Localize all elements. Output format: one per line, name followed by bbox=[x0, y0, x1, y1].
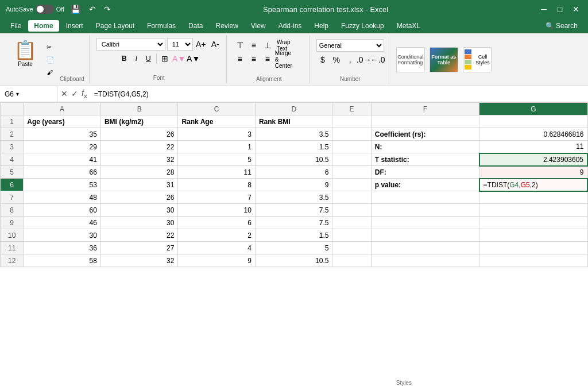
row-header-10[interactable]: 10 bbox=[1, 229, 24, 242]
menu-fuzzy-lookup[interactable]: Fuzzy Lookup bbox=[335, 20, 390, 32]
cell-c10[interactable]: 2 bbox=[178, 229, 256, 242]
autosave-toggle[interactable] bbox=[36, 5, 54, 14]
cell-c6[interactable]: 8 bbox=[178, 179, 256, 191]
cell-f4[interactable]: T statistic: bbox=[371, 153, 479, 166]
align-top-icon[interactable]: ⊤ bbox=[234, 39, 246, 52]
cell-a1[interactable]: Age (years) bbox=[24, 115, 101, 128]
row-header-2[interactable]: 2 bbox=[1, 128, 24, 141]
cell-b4[interactable]: 32 bbox=[100, 153, 178, 166]
cell-f8[interactable] bbox=[371, 204, 479, 217]
cell-a7[interactable]: 48 bbox=[24, 191, 101, 204]
cell-b2[interactable]: 26 bbox=[100, 128, 178, 141]
cell-a4[interactable]: 41 bbox=[24, 153, 101, 166]
menu-insert[interactable]: Insert bbox=[60, 20, 89, 32]
cell-e7[interactable] bbox=[332, 191, 371, 204]
cell-d6[interactable]: 9 bbox=[255, 179, 332, 191]
row-header-8[interactable]: 8 bbox=[1, 204, 24, 217]
menu-help[interactable]: Help bbox=[308, 20, 334, 32]
col-header-f[interactable]: F bbox=[371, 103, 479, 115]
cancel-formula-icon[interactable]: ✕ bbox=[61, 89, 68, 98]
fill-color-icon[interactable]: A▼ bbox=[173, 52, 185, 65]
col-header-c[interactable]: C bbox=[178, 103, 256, 115]
conditional-formatting-button[interactable]: ConditionalFormatting bbox=[396, 47, 425, 72]
cell-c4[interactable]: 5 bbox=[178, 153, 256, 166]
align-center-icon[interactable]: ≡ bbox=[247, 53, 260, 65]
decrease-decimal-icon[interactable]: ←.0 bbox=[372, 53, 384, 66]
cell-g6[interactable]: =TDIST(G4,G5,2) bbox=[479, 179, 587, 191]
cell-f12[interactable] bbox=[371, 254, 479, 267]
cell-g11[interactable] bbox=[479, 242, 587, 254]
comma-icon[interactable]: , bbox=[344, 53, 357, 66]
cell-c3[interactable]: 1 bbox=[178, 141, 256, 153]
menu-file[interactable]: File bbox=[5, 20, 27, 32]
cell-d3[interactable]: 1.5 bbox=[255, 141, 332, 153]
format-as-table-button[interactable]: Format asTable bbox=[430, 47, 458, 72]
insert-function-icon[interactable]: fx bbox=[82, 88, 87, 99]
col-header-g[interactable]: G bbox=[479, 103, 587, 115]
cell-d12[interactable]: 10.5 bbox=[255, 254, 332, 267]
cell-e6[interactable] bbox=[332, 179, 371, 191]
col-header-b[interactable]: B bbox=[100, 103, 178, 115]
menu-add-ins[interactable]: Add-ins bbox=[273, 20, 308, 32]
confirm-formula-icon[interactable]: ✓ bbox=[71, 89, 78, 98]
currency-icon[interactable]: $ bbox=[316, 53, 329, 66]
cell-e11[interactable] bbox=[332, 242, 371, 254]
menu-search[interactable]: 🔍 Search bbox=[540, 20, 583, 32]
cell-b11[interactable]: 27 bbox=[100, 242, 178, 254]
italic-button[interactable]: I bbox=[132, 52, 141, 65]
cell-e1[interactable] bbox=[332, 115, 371, 128]
font-color-icon[interactable]: A▼ bbox=[187, 52, 200, 65]
increase-font-icon[interactable]: A+ bbox=[195, 38, 207, 51]
cell-c1[interactable]: Rank Age bbox=[178, 115, 256, 128]
cell-c5[interactable]: 11 bbox=[178, 166, 256, 179]
percent-icon[interactable]: % bbox=[330, 53, 343, 66]
row-header-3[interactable]: 3 bbox=[1, 141, 24, 153]
cell-f1[interactable] bbox=[371, 115, 479, 128]
align-left-icon[interactable]: ≡ bbox=[234, 53, 246, 65]
cell-g9[interactable] bbox=[479, 217, 587, 229]
cell-b12[interactable]: 32 bbox=[100, 254, 178, 267]
align-middle-icon[interactable]: ≡ bbox=[247, 39, 260, 52]
merge-center-button[interactable]: Merge & Center bbox=[277, 53, 290, 65]
cell-a9[interactable]: 46 bbox=[24, 217, 101, 229]
align-right-icon[interactable]: ≡ bbox=[261, 53, 274, 65]
menu-view[interactable]: View bbox=[245, 20, 272, 32]
cell-a10[interactable]: 30 bbox=[24, 229, 101, 242]
cell-a11[interactable]: 36 bbox=[24, 242, 101, 254]
cell-b3[interactable]: 22 bbox=[100, 141, 178, 153]
cell-c11[interactable]: 4 bbox=[178, 242, 256, 254]
cell-c2[interactable]: 3 bbox=[178, 128, 256, 141]
cell-d9[interactable]: 7.5 bbox=[255, 217, 332, 229]
font-name-select[interactable]: Calibri bbox=[96, 38, 165, 51]
cell-d10[interactable]: 1.5 bbox=[255, 229, 332, 242]
font-size-select[interactable]: 11 bbox=[167, 38, 193, 51]
cell-f3[interactable]: N: bbox=[371, 141, 479, 153]
maximize-btn[interactable]: □ bbox=[554, 3, 566, 16]
cell-e2[interactable] bbox=[332, 128, 371, 141]
col-header-e[interactable]: E bbox=[332, 103, 371, 115]
cell-g12[interactable] bbox=[479, 254, 587, 267]
save-icon[interactable]: 💾 bbox=[69, 3, 82, 16]
cell-d4[interactable]: 10.5 bbox=[255, 153, 332, 166]
cell-g2[interactable]: 0.628466816 bbox=[479, 128, 587, 141]
cell-g10[interactable] bbox=[479, 229, 587, 242]
underline-button[interactable]: U bbox=[142, 52, 154, 65]
cell-f6[interactable]: p value: bbox=[371, 179, 479, 191]
cut-button[interactable]: ✂ bbox=[44, 42, 57, 53]
cell-e5[interactable] bbox=[332, 166, 371, 179]
close-btn[interactable]: ✕ bbox=[570, 3, 582, 16]
cell-d2[interactable]: 3.5 bbox=[255, 128, 332, 141]
cell-ref-box[interactable]: G6 ▾ bbox=[0, 86, 57, 102]
cell-a8[interactable]: 60 bbox=[24, 204, 101, 217]
redo-icon[interactable]: ↷ bbox=[101, 3, 114, 16]
undo-icon[interactable]: ↶ bbox=[86, 3, 99, 16]
formula-input[interactable] bbox=[91, 90, 588, 98]
border-icon[interactable]: ⊞ bbox=[158, 52, 171, 65]
cell-d1[interactable]: Rank BMI bbox=[255, 115, 332, 128]
format-painter-button[interactable]: 🖌 bbox=[44, 67, 57, 78]
paste-button[interactable]: 📋 Paste bbox=[9, 37, 41, 70]
cell-c8[interactable]: 10 bbox=[178, 204, 256, 217]
cell-b1[interactable]: BMI (kg/m2) bbox=[100, 115, 178, 128]
cell-d11[interactable]: 5 bbox=[255, 242, 332, 254]
cell-g1[interactable] bbox=[479, 115, 587, 128]
